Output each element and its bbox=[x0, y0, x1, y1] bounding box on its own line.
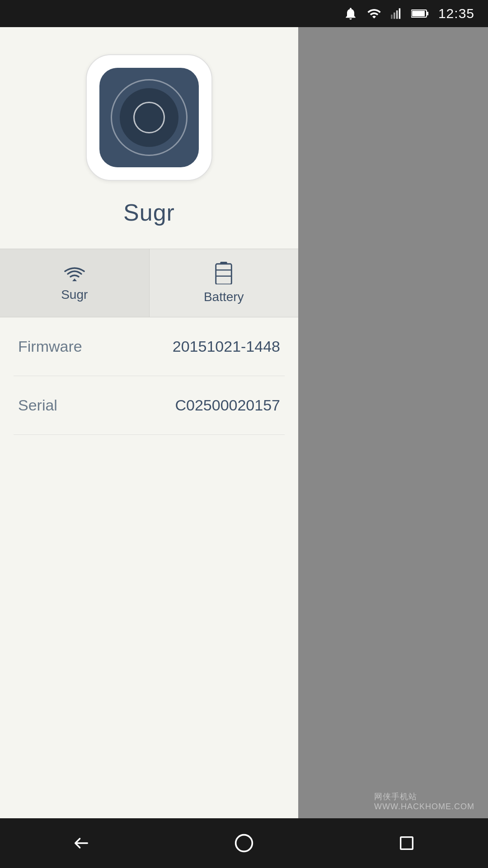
back-icon bbox=[72, 834, 90, 852]
svg-rect-1 bbox=[394, 13, 395, 19]
recents-button[interactable] bbox=[380, 825, 434, 861]
device-circle-inner bbox=[133, 102, 165, 133]
tab-sugr-label: Sugr bbox=[61, 288, 88, 302]
device-icon-wrapper bbox=[86, 54, 212, 181]
svg-rect-8 bbox=[216, 264, 232, 284]
svg-rect-5 bbox=[427, 12, 428, 15]
tab-battery-label: Battery bbox=[204, 290, 244, 304]
device-name: Sugr bbox=[123, 199, 175, 226]
alarm-icon bbox=[343, 6, 358, 21]
watermark-line2: WWW.HACKHOME.COM bbox=[374, 802, 474, 811]
watermark-line1: 网侠手机站 bbox=[374, 791, 474, 802]
firmware-label: Firmware bbox=[18, 338, 82, 355]
watermark: 网侠手机站 WWW.HACKHOME.COM bbox=[374, 791, 474, 811]
home-icon bbox=[234, 833, 254, 853]
main-content: Sugr Sugr Battery bbox=[0, 27, 298, 841]
wifi-status-icon bbox=[366, 6, 382, 21]
svg-rect-0 bbox=[391, 14, 393, 19]
device-circle-outer bbox=[111, 79, 188, 156]
status-time: 12:35 bbox=[438, 6, 474, 21]
status-icons bbox=[343, 6, 429, 21]
back-button[interactable] bbox=[54, 825, 108, 861]
battery-status-icon bbox=[411, 7, 429, 20]
tab-bar: Sugr Battery bbox=[0, 249, 298, 317]
svg-rect-6 bbox=[412, 11, 425, 16]
signal-icon bbox=[390, 6, 403, 21]
firmware-row: Firmware 20151021-1448 bbox=[14, 317, 285, 376]
serial-value: C02500020157 bbox=[175, 396, 280, 414]
home-button[interactable] bbox=[217, 825, 271, 861]
serial-label: Serial bbox=[18, 396, 57, 414]
info-section: Firmware 20151021-1448 Serial C025000201… bbox=[0, 317, 298, 841]
right-sidebar bbox=[298, 27, 488, 841]
nav-bar bbox=[0, 818, 488, 868]
firmware-value: 20151021-1448 bbox=[173, 338, 280, 355]
device-icon-inner bbox=[99, 68, 199, 167]
status-bar: 12:35 bbox=[0, 0, 488, 27]
svg-rect-12 bbox=[401, 837, 413, 849]
svg-rect-2 bbox=[396, 10, 398, 19]
wifi-tab-icon bbox=[63, 264, 86, 282]
recents-icon bbox=[398, 834, 416, 852]
device-header: Sugr bbox=[0, 27, 298, 249]
tab-sugr[interactable]: Sugr bbox=[0, 249, 149, 317]
svg-rect-3 bbox=[399, 8, 401, 19]
battery-tab-icon bbox=[215, 262, 233, 284]
serial-row: Serial C02500020157 bbox=[14, 376, 285, 435]
device-circle-middle bbox=[120, 88, 178, 147]
tab-battery[interactable]: Battery bbox=[150, 249, 299, 317]
svg-point-11 bbox=[236, 835, 253, 852]
